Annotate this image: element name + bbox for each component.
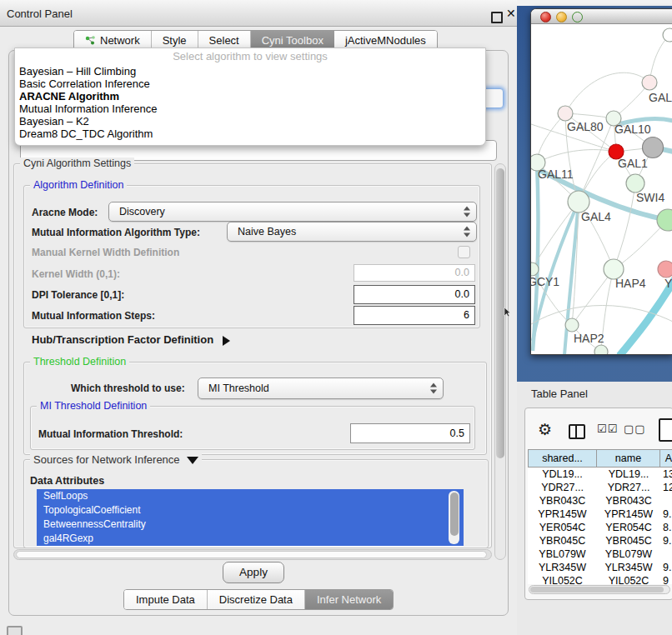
close-traffic-light[interactable] [540, 12, 551, 22]
table-row[interactable]: YBL079WYBL079W [528, 548, 672, 561]
cell[interactable]: YBR043C [597, 494, 660, 508]
menu-item-aracne[interactable]: ARACNE Algorithm [15, 90, 485, 102]
node-label: Y [664, 277, 672, 290]
kernel-width-input[interactable]: 0.0 [354, 264, 475, 282]
tab-label: Infer Network [317, 593, 381, 606]
tab-impute-data[interactable]: Impute Data [124, 590, 208, 609]
stepper-arrows-icon [430, 383, 437, 394]
hub-definition-expander[interactable]: Hub/Transcription Factor Definition [32, 333, 230, 346]
cell[interactable]: 8. [660, 521, 672, 534]
column-header-cut[interactable]: A [660, 449, 672, 468]
table-row[interactable]: YIL052CYIL052C9 [528, 574, 672, 584]
settings-vertical-scrollbar[interactable] [494, 163, 506, 560]
table-row[interactable]: YBR043CYBR043C [528, 494, 672, 508]
which-threshold-combobox[interactable]: MI Threshold [198, 378, 444, 399]
cell[interactable]: 9 [660, 574, 672, 584]
list-item-selected[interactable]: SelfLoops [37, 489, 464, 503]
menu-item-bayesian-k2[interactable]: Bayesian – K2 [15, 115, 485, 128]
cell[interactable]: YDL19... [597, 468, 660, 481]
tab-discretize-data[interactable]: Discretize Data [208, 590, 305, 609]
cell[interactable]: YLR345W [597, 561, 660, 574]
cell[interactable]: YDL19... [528, 468, 597, 481]
node-gray[interactable] [643, 138, 664, 158]
sources-collapser[interactable]: Sources for Network Inference [30, 453, 202, 466]
node-hap2[interactable] [565, 318, 579, 332]
mi-steps-input[interactable]: 6 [354, 306, 475, 325]
cell[interactable]: YPR145W [528, 508, 597, 521]
table-row[interactable]: YDL19...YDL19...13 [528, 468, 672, 481]
cell[interactable]: YBR045C [597, 534, 660, 548]
cell[interactable]: 9. [660, 534, 672, 548]
cell[interactable]: 12 [660, 481, 672, 494]
hide-columns-icon[interactable]: ▢▢ [624, 422, 646, 435]
menu-item-dream8[interactable]: Dream8 DC_TDC Algorithm [15, 128, 485, 140]
menu-item-mutual-information[interactable]: Mutual Information Inference [15, 102, 485, 115]
document-icon[interactable] [659, 418, 672, 442]
apply-button[interactable]: Apply [223, 562, 284, 583]
show-columns-icon[interactable]: ☑☑ [597, 422, 618, 435]
network-view-window: GAL GAL80 GAL10 GAL1 GAL11 SWI4 GAL4 GCY… [530, 8, 672, 355]
node-gal-cut[interactable] [642, 75, 657, 90]
minimize-traffic-light[interactable] [556, 12, 567, 22]
node-label: HAP2 [574, 332, 604, 345]
network-window-titlebar[interactable] [531, 9, 672, 24]
node-label: GAL4 [581, 210, 611, 223]
network-icon [85, 35, 96, 46]
menu-item-bayesian-hill-climbing[interactable]: Bayesian – Hill Climbing [15, 65, 485, 78]
cell[interactable]: YIL052C [597, 574, 660, 584]
node-gal80[interactable] [558, 106, 573, 121]
tab-infer-network[interactable]: Infer Network [305, 590, 393, 609]
cell[interactable]: YER054C [528, 521, 597, 534]
sources-title: Sources for Network Inference [33, 453, 180, 466]
settings-horizontal-scrollbar[interactable] [13, 549, 492, 560]
group-title: MI Threshold Definition [37, 400, 150, 412]
attribute-list-scrollbar[interactable] [449, 491, 459, 544]
close-icon[interactable]: ✕ [506, 7, 516, 20]
list-item-selected[interactable]: gal4RGexp [37, 532, 464, 546]
cell[interactable]: 9. [660, 561, 672, 574]
menu-item-basic-correlation[interactable]: Basic Correlation Inference [15, 78, 485, 90]
cell[interactable]: YDR27... [528, 481, 597, 494]
node-cut-topright[interactable] [663, 28, 672, 42]
aracne-mode-combobox[interactable]: Discovery [108, 202, 477, 222]
cell[interactable]: YER054C [597, 521, 660, 534]
table-horizontal-scrollbar[interactable] [529, 585, 670, 594]
cell[interactable]: YPR145W [597, 508, 660, 521]
columns-icon[interactable] [569, 424, 585, 439]
column-header-shared[interactable]: shared... [528, 449, 597, 468]
node-salmon[interactable] [658, 261, 672, 278]
cell[interactable]: 13 [660, 468, 672, 481]
node-swi4[interactable] [626, 174, 644, 192]
network-canvas[interactable]: GAL GAL80 GAL10 GAL1 GAL11 SWI4 GAL4 GCY… [531, 24, 672, 354]
manual-kernel-checkbox[interactable] [458, 246, 470, 258]
cell[interactable]: YBL079W [528, 548, 597, 561]
cell[interactable]: YLR345W [528, 561, 597, 574]
cell[interactable] [660, 548, 672, 561]
gear-icon[interactable]: ⚙ [538, 422, 552, 438]
column-header-name[interactable]: name [597, 449, 660, 468]
float-window-icon[interactable] [491, 12, 503, 23]
cell[interactable] [660, 494, 672, 508]
cell[interactable]: YDR27... [597, 481, 660, 494]
input-value: 6 [464, 309, 469, 321]
table-row[interactable]: YER054CYER054C8. [528, 521, 672, 534]
list-item-selected[interactable]: TopologicalCoefficient [37, 503, 464, 518]
cell[interactable]: 9. [660, 508, 672, 521]
cell[interactable]: YBR043C [528, 494, 597, 508]
table-row[interactable]: YLR345WYLR345W9. [528, 561, 672, 574]
cell[interactable]: YBR045C [528, 534, 597, 548]
mi-type-combobox[interactable]: Naive Bayes [227, 222, 477, 242]
combobox-value: Discovery [119, 206, 165, 218]
cell[interactable]: YIL052C [528, 574, 597, 584]
list-item-selected[interactable]: BetweennessCentrality [37, 518, 464, 532]
mi-threshold-input[interactable]: 0.5 [350, 423, 470, 443]
node-green-right[interactable] [657, 209, 672, 231]
zoom-traffic-light[interactable] [572, 12, 583, 22]
table-row[interactable]: YBR045CYBR045C9. [528, 534, 672, 548]
node-cut-bottom[interactable] [594, 345, 608, 354]
dpi-tolerance-input[interactable]: 0.0 [354, 285, 475, 304]
table-row[interactable]: YPR145WYPR145W9. [528, 508, 672, 521]
table-row[interactable]: YDR27...YDR27...12 [528, 481, 672, 494]
corner-widget-icon[interactable] [7, 626, 23, 635]
cell[interactable]: YBL079W [597, 548, 660, 561]
